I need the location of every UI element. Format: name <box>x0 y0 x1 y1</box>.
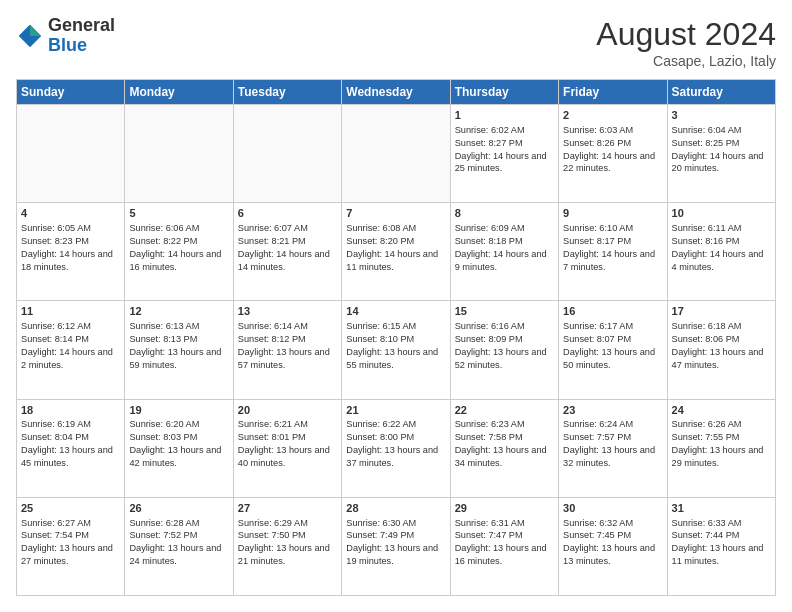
calendar-day-cell: 14Sunrise: 6:15 AM Sunset: 8:10 PM Dayli… <box>342 301 450 399</box>
calendar-week-row: 1Sunrise: 6:02 AM Sunset: 8:27 PM Daylig… <box>17 105 776 203</box>
logo-general: General <box>48 15 115 35</box>
calendar-day-cell: 1Sunrise: 6:02 AM Sunset: 8:27 PM Daylig… <box>450 105 558 203</box>
calendar-week-row: 4Sunrise: 6:05 AM Sunset: 8:23 PM Daylig… <box>17 203 776 301</box>
day-info: Sunrise: 6:22 AM Sunset: 8:00 PM Dayligh… <box>346 418 445 470</box>
day-info: Sunrise: 6:15 AM Sunset: 8:10 PM Dayligh… <box>346 320 445 372</box>
page: General Blue August 2024 Casape, Lazio, … <box>0 0 792 612</box>
calendar-day-cell: 29Sunrise: 6:31 AM Sunset: 7:47 PM Dayli… <box>450 497 558 595</box>
calendar-day-cell: 18Sunrise: 6:19 AM Sunset: 8:04 PM Dayli… <box>17 399 125 497</box>
calendar-table: SundayMondayTuesdayWednesdayThursdayFrid… <box>16 79 776 596</box>
day-info: Sunrise: 6:03 AM Sunset: 8:26 PM Dayligh… <box>563 124 662 176</box>
svg-marker-1 <box>30 25 41 36</box>
day-info: Sunrise: 6:13 AM Sunset: 8:13 PM Dayligh… <box>129 320 228 372</box>
day-info: Sunrise: 6:29 AM Sunset: 7:50 PM Dayligh… <box>238 517 337 569</box>
day-number: 2 <box>563 108 662 123</box>
calendar-day-header: Wednesday <box>342 80 450 105</box>
day-info: Sunrise: 6:08 AM Sunset: 8:20 PM Dayligh… <box>346 222 445 274</box>
calendar-day-cell: 2Sunrise: 6:03 AM Sunset: 8:26 PM Daylig… <box>559 105 667 203</box>
calendar-day-cell: 3Sunrise: 6:04 AM Sunset: 8:25 PM Daylig… <box>667 105 775 203</box>
day-info: Sunrise: 6:11 AM Sunset: 8:16 PM Dayligh… <box>672 222 771 274</box>
day-number: 26 <box>129 501 228 516</box>
calendar-week-row: 18Sunrise: 6:19 AM Sunset: 8:04 PM Dayli… <box>17 399 776 497</box>
day-number: 4 <box>21 206 120 221</box>
calendar-day-cell: 21Sunrise: 6:22 AM Sunset: 8:00 PM Dayli… <box>342 399 450 497</box>
day-info: Sunrise: 6:04 AM Sunset: 8:25 PM Dayligh… <box>672 124 771 176</box>
day-number: 15 <box>455 304 554 319</box>
calendar-day-cell <box>125 105 233 203</box>
header: General Blue August 2024 Casape, Lazio, … <box>16 16 776 69</box>
day-info: Sunrise: 6:33 AM Sunset: 7:44 PM Dayligh… <box>672 517 771 569</box>
day-number: 13 <box>238 304 337 319</box>
calendar-day-cell: 15Sunrise: 6:16 AM Sunset: 8:09 PM Dayli… <box>450 301 558 399</box>
day-number: 24 <box>672 403 771 418</box>
calendar-day-cell: 24Sunrise: 6:26 AM Sunset: 7:55 PM Dayli… <box>667 399 775 497</box>
calendar-day-cell: 6Sunrise: 6:07 AM Sunset: 8:21 PM Daylig… <box>233 203 341 301</box>
logo-blue: Blue <box>48 35 87 55</box>
day-number: 12 <box>129 304 228 319</box>
calendar-header-row: SundayMondayTuesdayWednesdayThursdayFrid… <box>17 80 776 105</box>
day-number: 17 <box>672 304 771 319</box>
day-number: 25 <box>21 501 120 516</box>
logo-text: General Blue <box>48 16 115 56</box>
day-info: Sunrise: 6:06 AM Sunset: 8:22 PM Dayligh… <box>129 222 228 274</box>
calendar-day-cell: 27Sunrise: 6:29 AM Sunset: 7:50 PM Dayli… <box>233 497 341 595</box>
day-number: 3 <box>672 108 771 123</box>
day-info: Sunrise: 6:32 AM Sunset: 7:45 PM Dayligh… <box>563 517 662 569</box>
day-info: Sunrise: 6:21 AM Sunset: 8:01 PM Dayligh… <box>238 418 337 470</box>
calendar-day-cell <box>17 105 125 203</box>
calendar-day-header: Saturday <box>667 80 775 105</box>
logo-icon <box>16 22 44 50</box>
day-number: 31 <box>672 501 771 516</box>
title-block: August 2024 Casape, Lazio, Italy <box>596 16 776 69</box>
calendar-week-row: 11Sunrise: 6:12 AM Sunset: 8:14 PM Dayli… <box>17 301 776 399</box>
calendar-day-header: Tuesday <box>233 80 341 105</box>
day-info: Sunrise: 6:10 AM Sunset: 8:17 PM Dayligh… <box>563 222 662 274</box>
calendar-day-cell: 28Sunrise: 6:30 AM Sunset: 7:49 PM Dayli… <box>342 497 450 595</box>
subtitle: Casape, Lazio, Italy <box>596 53 776 69</box>
day-info: Sunrise: 6:12 AM Sunset: 8:14 PM Dayligh… <box>21 320 120 372</box>
day-info: Sunrise: 6:09 AM Sunset: 8:18 PM Dayligh… <box>455 222 554 274</box>
day-number: 20 <box>238 403 337 418</box>
day-number: 23 <box>563 403 662 418</box>
day-number: 27 <box>238 501 337 516</box>
calendar-day-cell: 7Sunrise: 6:08 AM Sunset: 8:20 PM Daylig… <box>342 203 450 301</box>
calendar-day-cell: 17Sunrise: 6:18 AM Sunset: 8:06 PM Dayli… <box>667 301 775 399</box>
day-info: Sunrise: 6:16 AM Sunset: 8:09 PM Dayligh… <box>455 320 554 372</box>
logo: General Blue <box>16 16 115 56</box>
day-info: Sunrise: 6:07 AM Sunset: 8:21 PM Dayligh… <box>238 222 337 274</box>
day-info: Sunrise: 6:31 AM Sunset: 7:47 PM Dayligh… <box>455 517 554 569</box>
day-number: 8 <box>455 206 554 221</box>
day-number: 7 <box>346 206 445 221</box>
day-info: Sunrise: 6:28 AM Sunset: 7:52 PM Dayligh… <box>129 517 228 569</box>
calendar-day-header: Thursday <box>450 80 558 105</box>
day-info: Sunrise: 6:19 AM Sunset: 8:04 PM Dayligh… <box>21 418 120 470</box>
day-number: 21 <box>346 403 445 418</box>
calendar-week-row: 25Sunrise: 6:27 AM Sunset: 7:54 PM Dayli… <box>17 497 776 595</box>
calendar-day-header: Monday <box>125 80 233 105</box>
calendar-day-cell: 8Sunrise: 6:09 AM Sunset: 8:18 PM Daylig… <box>450 203 558 301</box>
day-number: 10 <box>672 206 771 221</box>
calendar-day-header: Sunday <box>17 80 125 105</box>
calendar-day-cell: 11Sunrise: 6:12 AM Sunset: 8:14 PM Dayli… <box>17 301 125 399</box>
calendar-day-cell <box>342 105 450 203</box>
calendar-day-cell: 10Sunrise: 6:11 AM Sunset: 8:16 PM Dayli… <box>667 203 775 301</box>
calendar-day-cell <box>233 105 341 203</box>
calendar-day-cell: 5Sunrise: 6:06 AM Sunset: 8:22 PM Daylig… <box>125 203 233 301</box>
day-number: 6 <box>238 206 337 221</box>
day-number: 5 <box>129 206 228 221</box>
calendar-day-header: Friday <box>559 80 667 105</box>
calendar-day-cell: 4Sunrise: 6:05 AM Sunset: 8:23 PM Daylig… <box>17 203 125 301</box>
day-info: Sunrise: 6:02 AM Sunset: 8:27 PM Dayligh… <box>455 124 554 176</box>
day-info: Sunrise: 6:26 AM Sunset: 7:55 PM Dayligh… <box>672 418 771 470</box>
day-number: 29 <box>455 501 554 516</box>
day-info: Sunrise: 6:27 AM Sunset: 7:54 PM Dayligh… <box>21 517 120 569</box>
calendar-day-cell: 20Sunrise: 6:21 AM Sunset: 8:01 PM Dayli… <box>233 399 341 497</box>
day-number: 11 <box>21 304 120 319</box>
day-info: Sunrise: 6:05 AM Sunset: 8:23 PM Dayligh… <box>21 222 120 274</box>
calendar-day-cell: 31Sunrise: 6:33 AM Sunset: 7:44 PM Dayli… <box>667 497 775 595</box>
calendar-day-cell: 12Sunrise: 6:13 AM Sunset: 8:13 PM Dayli… <box>125 301 233 399</box>
calendar-day-cell: 30Sunrise: 6:32 AM Sunset: 7:45 PM Dayli… <box>559 497 667 595</box>
day-number: 22 <box>455 403 554 418</box>
day-number: 9 <box>563 206 662 221</box>
day-info: Sunrise: 6:14 AM Sunset: 8:12 PM Dayligh… <box>238 320 337 372</box>
